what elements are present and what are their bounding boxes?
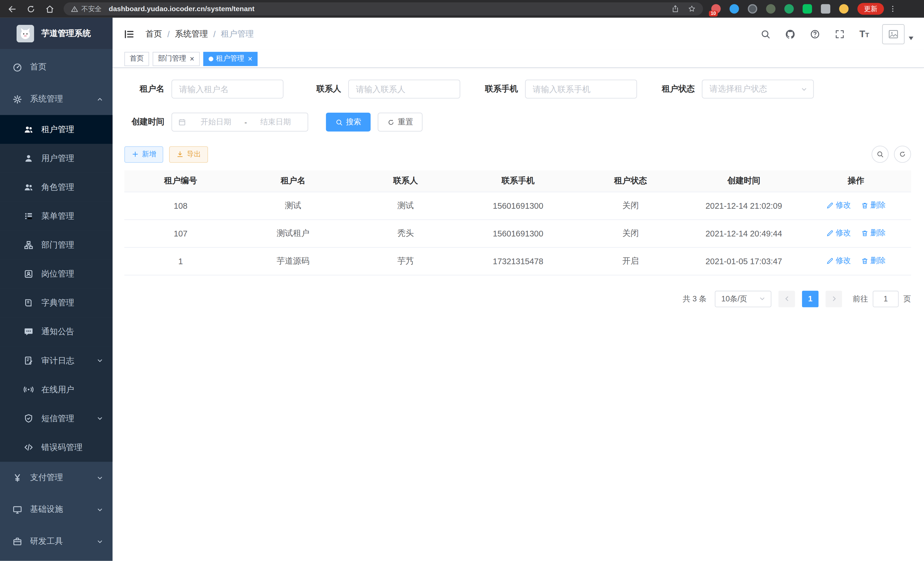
col-header-actions: 操作 <box>801 170 911 192</box>
tab-tenant[interactable]: 租户管理 × <box>203 51 258 66</box>
extension-icon-6[interactable] <box>802 4 812 14</box>
delete-link[interactable]: 删除 <box>861 256 886 266</box>
sidebar-item-dict[interactable]: 字典管理 <box>0 289 112 317</box>
edit-link[interactable]: 修改 <box>826 256 851 266</box>
extensions-puzzle-icon[interactable] <box>821 4 830 14</box>
search-button[interactable]: 搜索 <box>326 113 371 132</box>
sidebar-item-online-user[interactable]: 在线用户 <box>0 375 112 404</box>
tab-home[interactable]: 首页 <box>124 51 149 66</box>
reset-button[interactable]: 重置 <box>378 113 423 132</box>
security-label[interactable]: 不安全 <box>81 4 102 13</box>
chrome-update-button[interactable]: 更新 <box>857 3 884 15</box>
col-header-tenant-id: 租户编号 <box>124 170 237 192</box>
avatar-caret-down-icon[interactable] <box>909 36 914 40</box>
sidebar-collapse-icon[interactable] <box>123 28 135 40</box>
sidebar-item-system[interactable]: 系统管理 <box>0 83 112 115</box>
cell-mobile: 17321315478 <box>462 247 574 275</box>
tags-view: 首页 部门管理 × 租户管理 × <box>112 50 924 68</box>
browser-back-icon[interactable] <box>7 4 17 14</box>
sidebar-item-user[interactable]: 用户管理 <box>0 144 112 173</box>
mobile-label: 联系手机 <box>478 84 518 94</box>
page-number-current[interactable]: 1 <box>802 290 819 307</box>
breadcrumb-home[interactable]: 首页 <box>146 29 162 39</box>
table-row: 108 测试 测试 15601691300 关闭 2021-12-14 21:0… <box>124 192 911 219</box>
sidebar-item-notice[interactable]: 通知公告 <box>0 317 112 346</box>
font-size-icon[interactable]: TT <box>860 29 869 39</box>
menu-label: 角色管理 <box>41 182 74 193</box>
browser-menu-kebab-icon[interactable] <box>889 4 897 14</box>
sidebar-item-role[interactable]: 角色管理 <box>0 173 112 202</box>
close-icon[interactable]: × <box>190 55 194 63</box>
filter-contact: 联系人 <box>301 80 460 98</box>
date-range-picker[interactable]: 开始日期 - 结束日期 <box>171 113 308 132</box>
cell-mobile: 15601691300 <box>462 192 574 219</box>
user-avatar[interactable] <box>882 24 904 44</box>
prev-page-button[interactable] <box>778 290 795 307</box>
sidebar-item-menu[interactable]: 菜单管理 <box>0 202 112 230</box>
screen: 不安全 dashboard.yudao.iocoder.cn/system/te… <box>0 0 924 561</box>
tenant-name-input[interactable] <box>171 80 284 98</box>
sidebar-item-error-code[interactable]: 错误码管理 <box>0 433 112 462</box>
contact-input[interactable] <box>348 80 460 98</box>
extension-icon-2[interactable] <box>729 4 739 14</box>
tab-dept[interactable]: 部门管理 × <box>153 51 200 66</box>
url-domain: dashboard.yudao.iocoder.cn <box>109 5 205 13</box>
add-button[interactable]: 新增 <box>124 146 163 162</box>
user-icon <box>24 153 34 163</box>
mobile-input[interactable] <box>525 80 637 98</box>
extension-icon-3[interactable] <box>748 4 757 14</box>
trash-icon <box>861 257 868 265</box>
export-button[interactable]: 导出 <box>169 146 208 162</box>
show-search-toggle-button[interactable] <box>872 146 889 163</box>
menu-label: 首页 <box>30 62 46 73</box>
logo-avatar <box>16 25 34 42</box>
delete-link[interactable]: 删除 <box>861 200 886 211</box>
extension-icon-1[interactable]: 10 <box>711 4 721 14</box>
cell-actions: 修改 删除 <box>801 192 911 219</box>
edit-link[interactable]: 修改 <box>826 200 851 211</box>
menu-label: 短信管理 <box>41 413 74 424</box>
sidebar-item-payment[interactable]: 支付管理 <box>0 462 112 493</box>
breadcrumb-separator: / <box>213 29 215 39</box>
github-icon[interactable] <box>785 29 796 39</box>
trash-icon <box>861 229 868 237</box>
sidebar-logo[interactable]: 芋道管理系统 <box>0 18 112 49</box>
breadcrumb-system[interactable]: 系统管理 <box>175 29 208 39</box>
header-search-icon[interactable] <box>760 29 771 39</box>
tenant-table: 租户编号 租户名 联系人 联系手机 租户状态 创建时间 操作 108 测试 <box>124 170 911 275</box>
col-header-mobile: 联系手机 <box>462 170 574 192</box>
cell-created-at: 2021-12-14 21:02:09 <box>687 192 801 219</box>
cell-status: 开启 <box>574 247 687 275</box>
next-page-button[interactable] <box>826 290 842 307</box>
extension-icon-5[interactable] <box>784 4 794 14</box>
address-bar[interactable]: 不安全 dashboard.yudao.iocoder.cn/system/te… <box>64 2 703 15</box>
close-icon[interactable]: × <box>248 55 252 63</box>
extension-icon-4[interactable] <box>766 4 776 14</box>
bookmark-star-icon[interactable] <box>688 5 696 13</box>
url-text[interactable]: dashboard.yudao.iocoder.cn/system/tenant <box>109 5 255 13</box>
browser-home-icon[interactable] <box>45 4 55 14</box>
app-title: 芋道管理系统 <box>41 28 91 39</box>
share-icon[interactable] <box>671 5 680 13</box>
sidebar-item-audit-log[interactable]: 审计日志 <box>0 346 112 375</box>
sidebar-item-infra[interactable]: 基础设施 <box>0 493 112 525</box>
refresh-table-button[interactable] <box>894 146 911 163</box>
fullscreen-icon[interactable] <box>835 29 845 39</box>
browser-reload-icon[interactable] <box>26 4 36 14</box>
sidebar-item-sms[interactable]: 短信管理 <box>0 404 112 433</box>
sidebar-item-dept[interactable]: 部门管理 <box>0 230 112 259</box>
delete-link[interactable]: 删除 <box>861 228 886 238</box>
sidebar-item-tenant[interactable]: 租户管理 <box>0 115 112 144</box>
download-icon <box>176 150 184 158</box>
sidebar-item-dev-tools[interactable]: 研发工具 <box>0 526 112 557</box>
pagination: 共 3 条 10条/页 1 前往 页 <box>124 290 911 307</box>
profile-avatar-icon[interactable] <box>839 4 849 14</box>
status-select[interactable]: 请选择租户状态 <box>702 80 814 98</box>
sidebar-item-home[interactable]: 首页 <box>0 51 112 83</box>
payment-yen-icon <box>12 473 22 483</box>
sidebar-item-post[interactable]: 岗位管理 <box>0 260 112 289</box>
edit-link[interactable]: 修改 <box>826 228 851 238</box>
goto-page-input[interactable] <box>873 290 899 307</box>
page-size-select[interactable]: 10条/页 <box>715 290 771 307</box>
help-question-icon[interactable] <box>810 29 820 39</box>
